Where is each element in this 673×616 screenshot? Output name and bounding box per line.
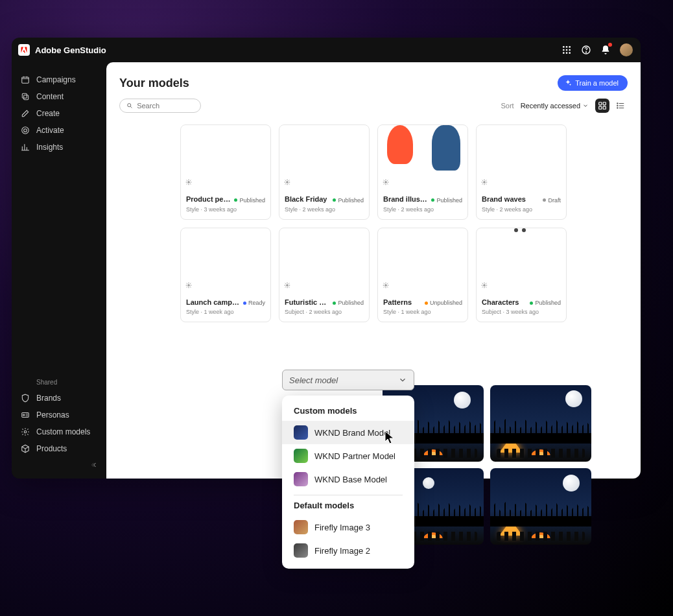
- model-swatch-icon: [294, 520, 308, 534]
- gear-icon: [183, 177, 194, 187]
- model-meta: Style · 1 week ago: [186, 309, 265, 315]
- grid-view-button[interactable]: [595, 99, 609, 113]
- dropdown-item[interactable]: WKND Base Model: [282, 468, 414, 491]
- status-badge: Published: [333, 300, 364, 306]
- dropdown-section-default: Default models: [282, 499, 414, 515]
- collapse-sidebar-button[interactable]: [91, 457, 106, 472]
- model-thumbnail: [378, 228, 467, 293]
- model-card[interactable]: Black Friday Published Style · 2 weeks a…: [279, 124, 370, 220]
- model-card[interactable]: Brand illustrations Published Style · 2 …: [377, 124, 468, 220]
- svg-point-37: [484, 284, 486, 286]
- model-card[interactable]: Characters Published Subject · 3 weeks a…: [476, 228, 567, 323]
- model-swatch-icon: [294, 425, 308, 440]
- view-toggle: [595, 99, 628, 113]
- svg-point-35: [287, 284, 289, 286]
- search-field[interactable]: [119, 99, 201, 113]
- dropdown-item[interactable]: Firefly Image 3: [282, 515, 414, 539]
- svg-point-17: [23, 414, 25, 416]
- sidebar-item-create[interactable]: Create: [12, 105, 106, 122]
- svg-point-18: [24, 431, 27, 433]
- status-badge: Published: [530, 300, 561, 306]
- gear-icon: [21, 427, 30, 436]
- copy-icon: [21, 92, 30, 101]
- sidebar-item-insights[interactable]: Insights: [12, 139, 106, 156]
- svg-point-14: [22, 127, 29, 134]
- app-name: Adobe GenStudio: [35, 45, 106, 55]
- sidebar-item-products[interactable]: Products: [12, 440, 106, 457]
- status-badge: Published: [333, 197, 364, 204]
- gear-icon: [183, 280, 194, 290]
- sidebar-item-campaigns[interactable]: Campaigns: [12, 71, 106, 88]
- model-title: Brand waves: [482, 195, 526, 203]
- model-card[interactable]: Futuristic backdrops Published Subject ·…: [279, 228, 370, 323]
- svg-rect-20: [599, 102, 602, 105]
- sidebar-item-personas[interactable]: Personas: [12, 407, 106, 423]
- generated-image[interactable]: [490, 385, 591, 462]
- svg-point-3: [563, 49, 565, 51]
- svg-point-4: [566, 49, 568, 51]
- sort-dropdown[interactable]: Recently accessed: [521, 102, 589, 110]
- notifications-icon[interactable]: [600, 45, 611, 55]
- model-card[interactable]: Product pedestals Published Style · 3 we…: [180, 124, 271, 220]
- svg-point-28: [617, 105, 618, 106]
- model-meta: Subject · 3 weeks ago: [482, 309, 561, 315]
- svg-point-27: [617, 103, 618, 104]
- top-actions: [561, 43, 633, 56]
- model-meta: Style · 1 week ago: [383, 309, 462, 315]
- list-view-button[interactable]: [613, 99, 628, 113]
- sidebar-item-activate[interactable]: Activate: [12, 122, 106, 139]
- model-swatch-icon: [294, 543, 308, 558]
- dropdown-item[interactable]: Firefly Image 2: [282, 539, 414, 562]
- model-swatch-icon: [294, 449, 308, 463]
- toolbar: Sort Recently accessed: [119, 99, 628, 113]
- calendar-icon: [21, 75, 30, 84]
- brand: Adobe GenStudio: [18, 44, 106, 56]
- model-title: Launch campaign: [186, 298, 241, 306]
- model-select[interactable]: Select model: [282, 370, 414, 390]
- edit-icon: [21, 109, 30, 118]
- status-badge: Draft: [543, 197, 561, 204]
- model-card[interactable]: Brand waves Draft Style · 2 weeks ago: [476, 124, 567, 220]
- dropdown-item[interactable]: WKND Brand Model: [282, 421, 414, 444]
- sidebar-item-custom-models[interactable]: Custom models: [12, 423, 106, 440]
- svg-point-2: [569, 46, 571, 48]
- svg-point-8: [569, 52, 571, 54]
- apps-grid-icon[interactable]: [561, 45, 572, 55]
- status-badge: Published: [431, 197, 462, 204]
- svg-point-29: [617, 108, 618, 108]
- model-title: Product pedestals: [186, 195, 231, 203]
- svg-rect-22: [599, 106, 602, 109]
- search-input[interactable]: [137, 102, 194, 110]
- gear-icon: [282, 177, 292, 187]
- svg-point-19: [128, 104, 131, 107]
- model-thumbnail: [181, 125, 270, 190]
- model-thumbnail: [181, 228, 270, 293]
- sidebar: CampaignsContentCreateActivateInsights S…: [12, 62, 106, 479]
- svg-point-36: [385, 284, 387, 286]
- target-icon: [21, 126, 30, 135]
- svg-point-10: [585, 52, 586, 53]
- sidebar-item-brands[interactable]: Brands: [12, 390, 106, 407]
- page-header: Your models Train a model: [119, 75, 628, 91]
- chevron-down-icon: [398, 375, 407, 385]
- model-title: Characters: [482, 298, 519, 306]
- sidebar-item-content[interactable]: Content: [12, 88, 106, 105]
- avatar[interactable]: [620, 43, 633, 56]
- model-meta: Style · 3 weeks ago: [186, 206, 265, 213]
- svg-point-6: [563, 52, 565, 54]
- help-icon[interactable]: [581, 45, 591, 55]
- model-title: Black Friday: [285, 195, 327, 203]
- sort-label: Sort: [501, 102, 514, 110]
- model-meta: Subject · 2 weeks ago: [285, 309, 364, 315]
- model-card[interactable]: Patterns Unpublished Style · 1 week ago: [377, 228, 468, 323]
- svg-point-15: [24, 129, 27, 132]
- train-model-button[interactable]: Train a model: [558, 75, 628, 91]
- model-card[interactable]: Launch campaign Ready Style · 1 week ago: [180, 228, 271, 323]
- svg-rect-12: [24, 95, 29, 100]
- dropdown-item[interactable]: WKND Partner Model: [282, 444, 414, 468]
- sort-and-views: Sort Recently accessed: [501, 99, 628, 113]
- generated-image[interactable]: [490, 468, 591, 545]
- model-thumbnail: [477, 125, 566, 190]
- model-thumbnail: [279, 228, 369, 293]
- model-meta: Style · 2 weeks ago: [285, 206, 364, 213]
